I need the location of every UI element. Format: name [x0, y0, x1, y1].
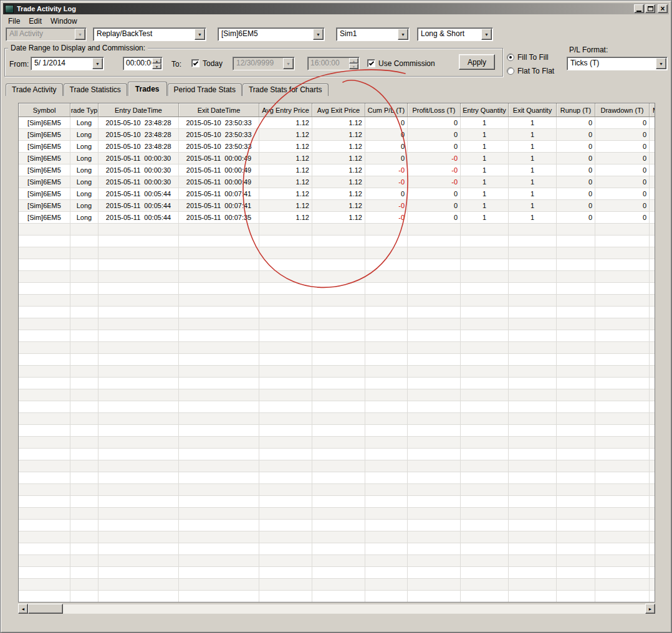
column-header[interactable]: M [650, 103, 655, 117]
menu-item-window[interactable]: Window [46, 16, 82, 27]
column-header[interactable]: Avg Exit Price [312, 103, 365, 117]
mode-combo[interactable]: Replay/BackTest▼ [93, 27, 206, 41]
table-cell [179, 236, 259, 247]
use-commission-label: Use Commission [378, 59, 435, 68]
column-header[interactable]: Exit Quantity [509, 103, 557, 117]
close-button[interactable]: × [658, 4, 668, 13]
table-cell: 0 [365, 153, 408, 164]
table-cell [509, 579, 557, 591]
table-cell: 1 [509, 200, 557, 212]
symbol-combo[interactable]: [Sim]6EM5▼ [218, 27, 325, 41]
table-cell [259, 543, 312, 555]
column-header[interactable]: Entry DateTime [98, 103, 179, 117]
column-header[interactable]: Drawdown (T) [595, 103, 650, 117]
table-cell [557, 508, 595, 520]
minimize-button[interactable] [634, 4, 644, 13]
table-cell [19, 307, 70, 318]
table-cell: 1.12 [259, 188, 312, 200]
spin-down-icon[interactable]: ▼ [152, 64, 161, 69]
use-commission-checkbox[interactable]: Use Commission [367, 59, 435, 68]
checkbox-checked-icon [367, 59, 375, 67]
table-cell [650, 449, 655, 460]
scroll-right-icon[interactable]: ► [645, 604, 655, 614]
scrollbar-thumb[interactable] [28, 604, 63, 614]
column-header[interactable]: Cum P/L (T) [365, 103, 408, 117]
from-time-field[interactable]: 00:00:00 ▲ ▼ [123, 57, 163, 70]
radio-icon [507, 54, 514, 61]
table-row[interactable]: [Sim]6EM5Long2015-05-11 00:00:302015-05-… [19, 176, 655, 188]
table-cell [365, 354, 408, 366]
table-cell [461, 330, 509, 342]
table-row[interactable]: [Sim]6EM5Long2015-05-10 23:48:282015-05-… [19, 117, 655, 129]
table-cell [557, 283, 595, 295]
activity-filter-combo: All Activity▼ [6, 27, 87, 41]
account-combo[interactable]: Sim1▼ [336, 27, 410, 41]
tab-trade-stats-for-charts[interactable]: Trade Stats for Charts [242, 83, 329, 96]
chevron-down-icon[interactable]: ▼ [313, 29, 324, 40]
table-row[interactable]: [Sim]6EM5Long2015-05-11 00:05:442015-05-… [19, 200, 655, 212]
table-cell [557, 484, 595, 496]
table-cell [179, 354, 259, 366]
table-cell [179, 543, 259, 555]
table-cell [650, 224, 655, 236]
table-cell: 1 [509, 188, 557, 200]
table-row[interactable]: [Sim]6EM5Long2015-05-11 00:00:302015-05-… [19, 164, 655, 176]
table-cell: 2015-05-10 23:50:33 [179, 117, 259, 129]
column-header[interactable]: Symbol [19, 103, 70, 117]
tab-trade-statistics[interactable]: Trade Statistics [64, 83, 127, 96]
table-row[interactable]: [Sim]6EM5Long2015-05-11 00:05:442015-05-… [19, 212, 655, 224]
table-cell [509, 342, 557, 354]
spin-up-icon[interactable]: ▲ [152, 58, 161, 64]
column-header[interactable]: Runup (T) [557, 103, 595, 117]
table-cell [461, 425, 509, 437]
pl-format-label: P/L Format: [569, 45, 608, 54]
table-cell [557, 354, 595, 366]
column-header[interactable]: rade Typ [70, 103, 98, 117]
tab-trade-activity[interactable]: Trade Activity [6, 83, 63, 96]
radio-fill-to-fill[interactable]: Fill To Fill [507, 50, 554, 64]
table-cell [312, 520, 365, 531]
table-cell [19, 472, 70, 484]
table-cell: 1.12 [312, 176, 365, 188]
menu-item-edit[interactable]: Edit [24, 16, 46, 27]
table-cell [259, 271, 312, 283]
today-checkbox[interactable]: Today [191, 59, 223, 68]
title-bar[interactable]: Trade Activity Log × [3, 3, 669, 14]
horizontal-scrollbar[interactable]: ◄ ► [18, 604, 655, 614]
table-row[interactable]: [Sim]6EM5Long2015-05-10 23:48:282015-05-… [19, 141, 655, 153]
table-cell [19, 401, 70, 413]
tab-period-trade-stats[interactable]: Period Trade Stats [168, 83, 242, 96]
table-cell [650, 567, 655, 579]
column-header[interactable]: Avg Entry Price [259, 103, 312, 117]
direction-combo[interactable]: Long & Short▼ [417, 27, 493, 41]
column-header[interactable]: Entry Quantity [461, 103, 509, 117]
column-header[interactable]: Profit/Loss (T) [408, 103, 461, 117]
table-cell [259, 318, 312, 330]
menu-item-file[interactable]: File [4, 16, 24, 27]
table-cell [365, 342, 408, 354]
scroll-left-icon[interactable]: ◄ [18, 604, 28, 614]
table-cell [312, 567, 365, 579]
chevron-down-icon[interactable]: ▼ [92, 58, 103, 69]
table-row[interactable]: [Sim]6EM5Long2015-05-11 00:05:442015-05-… [19, 188, 655, 200]
maximize-button[interactable] [645, 4, 655, 13]
chevron-down-icon[interactable]: ▼ [398, 29, 408, 40]
table-cell [509, 307, 557, 318]
table-row[interactable]: [Sim]6EM5Long2015-05-10 23:48:282015-05-… [19, 129, 655, 141]
column-header[interactable]: Exit DateTime [179, 103, 259, 117]
chevron-down-icon[interactable]: ▼ [656, 58, 666, 69]
chevron-down-icon[interactable]: ▼ [194, 29, 205, 40]
apply-button[interactable]: Apply [459, 54, 495, 70]
table-cell [312, 342, 365, 354]
table-cell [312, 259, 365, 271]
table-cell [312, 354, 365, 366]
table-row[interactable]: [Sim]6EM5Long2015-05-11 00:00:302015-05-… [19, 153, 655, 164]
table-cell [461, 283, 509, 295]
table-cell [595, 579, 650, 591]
chevron-down-icon[interactable]: ▼ [481, 29, 492, 40]
pl-format-combo[interactable]: Ticks (T) ▼ [567, 57, 668, 70]
radio-flat-to-flat[interactable]: Flat To Flat [507, 64, 554, 78]
from-date-picker[interactable]: 5/ 1/2014 ▼ [31, 57, 104, 70]
tab-trades[interactable]: Trades [128, 82, 167, 96]
table-cell [408, 307, 461, 318]
